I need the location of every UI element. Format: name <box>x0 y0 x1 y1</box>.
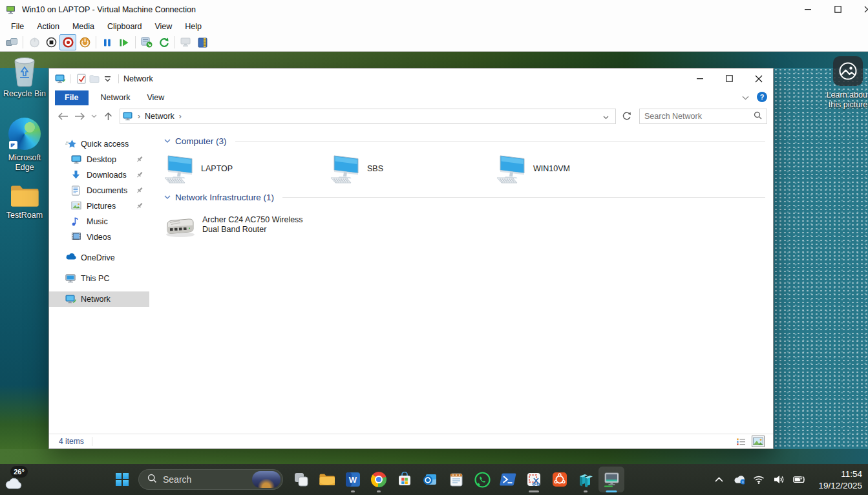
network-computer-sbs[interactable]: SBS <box>330 153 496 185</box>
network-computer-win10vm[interactable]: WIN10VM <box>496 153 662 185</box>
vm-minimize-button[interactable] <box>793 0 823 19</box>
powershell-button[interactable] <box>495 467 521 492</box>
menu-help[interactable]: Help <box>178 20 208 33</box>
computer-name: SBS <box>367 164 383 174</box>
sidebar-item-desktop[interactable]: Desktop <box>49 152 149 167</box>
sidebar-item-videos[interactable]: Videos <box>49 229 149 245</box>
menu-file[interactable]: File <box>5 20 30 33</box>
start-icon[interactable] <box>116 34 132 50</box>
large-icons-view-icon[interactable] <box>752 436 765 447</box>
breadcrumb-chevron[interactable]: › <box>179 112 182 121</box>
computer-icon <box>330 154 361 184</box>
breadcrumb-chevron[interactable]: › <box>138 112 140 121</box>
tab-file[interactable]: File <box>55 90 89 105</box>
network-breadcrumb-icon <box>123 111 133 121</box>
back-arrow-icon[interactable] <box>55 109 70 124</box>
vmconnect-titlebar[interactable]: Win10 on LAPTOP - Virtual Machine Connec… <box>0 0 868 19</box>
menu-view[interactable]: View <box>148 20 178 33</box>
menu-clipboard[interactable]: Clipboard <box>101 20 149 33</box>
group-header-computer[interactable]: Computer (3) <box>164 135 765 147</box>
microsoft-store-button[interactable] <box>392 467 418 492</box>
recent-locations-chevron-icon[interactable] <box>89 109 99 124</box>
vm-close-button[interactable] <box>852 0 868 19</box>
sidebar-item-quick-access[interactable]: Quick access <box>49 136 149 152</box>
explorer-minimize-button[interactable] <box>686 68 715 89</box>
explorer-close-button[interactable] <box>744 68 773 89</box>
vm-maximize-button[interactable] <box>823 0 852 19</box>
desktop-icon-learn-about-picture[interactable]: Learn about this picture <box>821 56 868 110</box>
clock[interactable]: 11:54 19/12/2025 <box>818 469 862 491</box>
breadcrumb-network[interactable]: Network <box>145 112 175 121</box>
address-bar[interactable]: › Network › <box>120 109 616 124</box>
customize-quick-access-chevron-icon[interactable] <box>101 72 114 85</box>
refresh-icon[interactable] <box>619 109 634 124</box>
desktop-icon-recycle-bin[interactable]: Recycle Bin <box>0 56 49 99</box>
chrome-button[interactable] <box>366 467 392 492</box>
desktop-icon-label: Microsoft <box>8 153 41 162</box>
explorer-maximize-button[interactable] <box>715 68 744 89</box>
menu-action[interactable]: Action <box>30 20 66 33</box>
checkpoint-icon[interactable] <box>138 34 155 50</box>
new-folder-icon[interactable] <box>88 72 101 85</box>
address-dropdown-chevron-icon[interactable] <box>599 111 613 122</box>
enhanced-session-icon[interactable] <box>195 34 211 50</box>
start-button[interactable] <box>111 467 133 492</box>
turn-off-icon[interactable] <box>43 34 59 50</box>
sidebar-item-downloads[interactable]: Downloads <box>49 167 149 183</box>
sidebar-item-pictures[interactable]: Pictures <box>49 198 149 214</box>
onedrive-tray-icon[interactable]: i <box>733 473 745 486</box>
sidebar-item-this-pc[interactable]: This PC <box>49 271 149 286</box>
shut-down-icon[interactable] <box>59 34 76 50</box>
sidebar-item-music[interactable]: Music <box>49 214 149 229</box>
search-box[interactable] <box>639 109 767 124</box>
outlook-button[interactable] <box>418 467 443 492</box>
wifi-icon[interactable] <box>753 473 765 486</box>
documents-icon <box>71 185 81 196</box>
ubuntu-button[interactable] <box>547 467 573 492</box>
revert-icon[interactable] <box>155 34 172 50</box>
pause-icon[interactable] <box>99 34 116 50</box>
taskbar-search[interactable]: Search <box>138 469 283 490</box>
notepad-button[interactable] <box>443 467 469 492</box>
network-device-router[interactable]: Archer C24 AC750 Wireless Dual Band Rout… <box>164 209 436 241</box>
file-explorer-button[interactable] <box>314 467 340 492</box>
word-button[interactable]: W <box>340 467 366 492</box>
save-icon[interactable] <box>76 34 93 50</box>
ctrl-alt-del-icon[interactable] <box>3 34 20 50</box>
explorer-titlebar[interactable]: Network <box>49 68 773 89</box>
volume-icon[interactable] <box>773 473 785 486</box>
snipping-tool-button[interactable] <box>521 467 547 492</box>
group-header-network-infrastructure[interactable]: Network Infrastructure (1) <box>164 191 765 203</box>
sidebar-item-documents[interactable]: Documents <box>49 183 149 198</box>
weather-widget[interactable]: 26° <box>3 465 37 494</box>
computer-icon <box>496 154 527 184</box>
hidden-icons-chevron-icon[interactable] <box>713 473 725 486</box>
desktop-icon-label: Recycle Bin <box>3 89 46 99</box>
ribbon-collapse-chevron-icon[interactable] <box>742 91 749 103</box>
vm-connect-button[interactable] <box>598 467 624 492</box>
search-icon[interactable] <box>754 111 762 122</box>
tab-view[interactable]: View <box>138 90 173 105</box>
up-arrow-icon[interactable] <box>100 109 116 124</box>
battery-icon[interactable] <box>793 473 805 486</box>
time-label: 11:54 <box>818 469 862 480</box>
bing-daily-image[interactable] <box>252 471 281 488</box>
search-icon <box>147 474 157 486</box>
menu-media[interactable]: Media <box>66 20 101 33</box>
task-view-button[interactable] <box>288 467 314 492</box>
tab-network[interactable]: Network <box>92 90 139 105</box>
network-computer-laptop[interactable]: LAPTOP <box>164 153 330 185</box>
sidebar-item-network[interactable]: Network <box>49 291 149 307</box>
task-view-icon <box>293 472 309 487</box>
whatsapp-button[interactable] <box>469 467 495 492</box>
help-icon[interactable]: ? <box>757 92 767 102</box>
powershell-icon <box>500 472 516 487</box>
desktop-icon-microsoft-edge[interactable]: Microsoft Edge <box>0 118 49 173</box>
properties-check-icon[interactable] <box>75 72 88 85</box>
sidebar-item-onedrive[interactable]: OneDrive <box>49 250 149 266</box>
hyperv-manager-button[interactable] <box>573 467 598 492</box>
search-input[interactable] <box>644 112 754 121</box>
desktop-icon-testroam[interactable]: TestRoam <box>0 183 49 220</box>
details-view-icon[interactable] <box>734 436 747 447</box>
forward-arrow-icon[interactable] <box>72 109 87 124</box>
